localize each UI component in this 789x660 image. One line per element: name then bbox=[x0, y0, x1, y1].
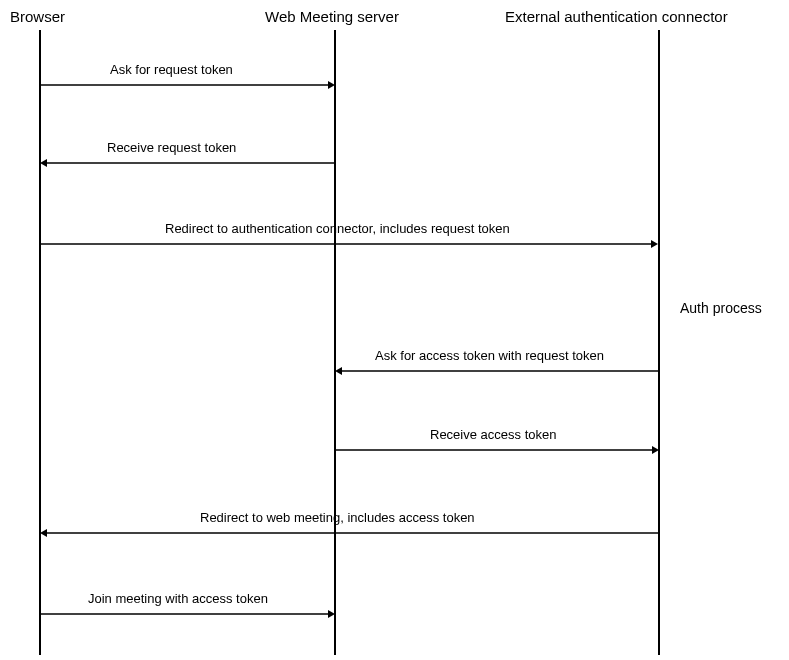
arrow-redirect-to-meeting bbox=[40, 528, 658, 538]
message-label-ask-request-token: Ask for request token bbox=[110, 62, 233, 77]
message-label-join-meeting: Join meeting with access token bbox=[88, 591, 268, 606]
arrow-redirect-to-connector bbox=[40, 239, 658, 249]
arrow-receive-request-token bbox=[40, 158, 335, 168]
message-label-receive-access-token: Receive access token bbox=[430, 427, 556, 442]
message-label-receive-request-token: Receive request token bbox=[107, 140, 236, 155]
auth-process-label: Auth process bbox=[680, 300, 762, 316]
svg-marker-5 bbox=[651, 240, 658, 248]
message-label-ask-access-token: Ask for access token with request token bbox=[375, 348, 604, 363]
participant-browser: Browser bbox=[10, 8, 65, 25]
svg-marker-3 bbox=[40, 159, 47, 167]
svg-marker-9 bbox=[652, 446, 659, 454]
svg-marker-1 bbox=[328, 81, 335, 89]
arrow-join-meeting bbox=[40, 609, 335, 619]
participant-server: Web Meeting server bbox=[265, 8, 399, 25]
arrow-ask-request-token bbox=[40, 80, 335, 90]
participant-connector: External authentication connector bbox=[505, 8, 728, 25]
message-label-redirect-to-connector: Redirect to authentication connector, in… bbox=[165, 221, 510, 236]
svg-marker-11 bbox=[40, 529, 47, 537]
lifeline-connector bbox=[658, 30, 660, 655]
arrow-receive-access-token bbox=[335, 445, 659, 455]
svg-marker-7 bbox=[335, 367, 342, 375]
sequence-diagram: Browser Web Meeting server External auth… bbox=[0, 0, 789, 660]
svg-marker-13 bbox=[328, 610, 335, 618]
lifeline-server bbox=[334, 30, 336, 655]
message-label-redirect-to-meeting: Redirect to web meeting, includes access… bbox=[200, 510, 475, 525]
arrow-ask-access-token bbox=[335, 366, 659, 376]
lifeline-browser bbox=[39, 30, 41, 655]
